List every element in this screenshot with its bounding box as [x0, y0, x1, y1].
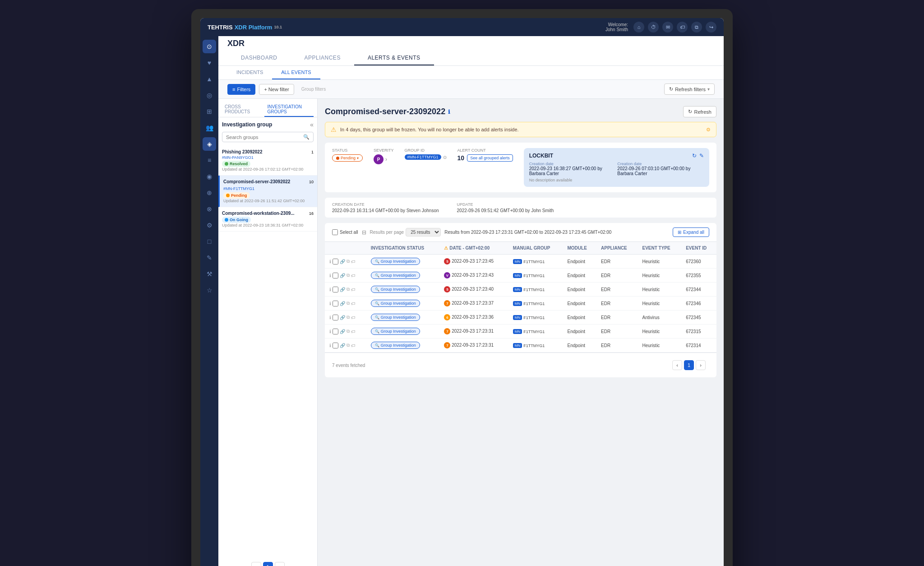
row-checkbox-6[interactable]: [333, 343, 338, 348]
row-tag-icon[interactable]: 🏷: [351, 329, 356, 334]
row-link-icon[interactable]: 🔗: [340, 259, 345, 264]
column-settings-icon[interactable]: ⊟: [362, 229, 366, 236]
refresh-filters-button[interactable]: ↻ Refresh filters ▾: [664, 84, 715, 95]
row-checkbox-0[interactable]: [333, 259, 338, 264]
row-tag-icon[interactable]: 🏷: [351, 315, 356, 320]
home-icon[interactable]: ⌂: [633, 22, 644, 32]
events-page-1-btn[interactable]: 1: [684, 360, 694, 370]
group-item-compromised-server[interactable]: Compromised-server-23092022 10 #MN-F1TTM…: [218, 176, 317, 207]
sidebar-icon-puzzle[interactable]: ⊗: [203, 202, 216, 216]
group-inv-badge-4[interactable]: 🔍 Group Investigation: [371, 314, 420, 321]
sidebar-icon-lock[interactable]: ◉: [203, 170, 216, 183]
row-expand-icon[interactable]: ℹ: [329, 343, 331, 348]
row-copy-icon[interactable]: ⧉: [346, 287, 350, 292]
sidebar-icon-home[interactable]: ⊙: [203, 40, 216, 53]
row-copy-icon[interactable]: ⧉: [346, 273, 350, 278]
mail-icon[interactable]: ✉: [662, 22, 673, 32]
row-event-id-0: 672360: [681, 255, 716, 269]
new-filter-button[interactable]: + New filter: [259, 84, 294, 95]
row-actions-4: ℹ 🔗 ⧉ 🏷: [325, 311, 366, 325]
page-title: XDR: [227, 39, 715, 51]
select-all-checkbox[interactable]: [332, 229, 338, 235]
sidebar-icon-tools[interactable]: ⚒: [203, 267, 216, 281]
row-checkbox-5[interactable]: [333, 329, 338, 334]
sidebar-icon-users[interactable]: 👥: [203, 121, 216, 135]
row-checkbox-3[interactable]: [333, 301, 338, 306]
pending-chevron[interactable]: ▾: [357, 156, 359, 160]
panel-collapse-icon[interactable]: «: [310, 121, 314, 128]
tab-dashboard[interactable]: DASHBOARD: [227, 51, 291, 65]
next-page-btn[interactable]: ›: [275, 562, 285, 566]
row-copy-icon[interactable]: ⧉: [346, 301, 350, 306]
group-inv-badge-5[interactable]: 🔍 Group Investigation: [371, 328, 420, 335]
sub-tab-all-events[interactable]: ALL EVENTS: [272, 66, 320, 79]
row-copy-icon[interactable]: ⧉: [346, 315, 350, 320]
detail-refresh-button[interactable]: ↻ Refresh: [683, 106, 716, 117]
row-copy-icon[interactable]: ⧉: [346, 343, 350, 348]
row-link-icon[interactable]: 🔗: [340, 329, 345, 334]
sidebar-icon-chart[interactable]: ▲: [203, 72, 216, 86]
view-all-grouped-alerts-btn[interactable]: See all grouped alerts: [467, 154, 513, 162]
info-icon[interactable]: ℹ: [448, 109, 450, 115]
sidebar-icon-gear[interactable]: ⚙: [203, 218, 216, 232]
lockbit-meta: Creation date 2022-09-23 16:38:27 GMT+00…: [529, 162, 704, 176]
events-prev-btn[interactable]: ‹: [672, 360, 682, 370]
filters-button[interactable]: ≡ Filters: [227, 84, 255, 95]
events-next-btn[interactable]: ›: [696, 360, 706, 370]
row-tag-icon[interactable]: 🏷: [351, 259, 356, 264]
row-expand-icon[interactable]: ℹ: [329, 273, 331, 278]
row-link-icon[interactable]: 🔗: [340, 273, 345, 278]
expand-all-button[interactable]: ⊞ Expand all: [673, 227, 709, 237]
row-checkbox-1[interactable]: [333, 273, 338, 278]
signout-icon[interactable]: ↪: [706, 22, 716, 32]
row-tag-icon[interactable]: 🏷: [351, 273, 356, 278]
row-expand-icon[interactable]: ℹ: [329, 287, 331, 292]
prev-page-btn[interactable]: ‹: [251, 562, 261, 566]
panel-tab-investigation-groups[interactable]: INVESTIGATION GROUPS: [264, 102, 314, 117]
page-1-btn[interactable]: 1: [263, 562, 273, 566]
group-item-phishing[interactable]: Phishing 23092022 1 #MN-PAN9YGO1 Res: [218, 146, 317, 176]
sidebar-icon-edit[interactable]: ✎: [203, 251, 216, 264]
tag-icon[interactable]: 🏷: [677, 22, 688, 32]
group-inv-badge-3[interactable]: 🔍 Group Investigation: [371, 300, 420, 307]
group-inv-badge-6[interactable]: 🔍 Group Investigation: [371, 342, 420, 349]
row-copy-icon[interactable]: ⧉: [346, 259, 350, 264]
copy-icon[interactable]: ⧉: [691, 22, 702, 32]
row-expand-icon[interactable]: ℹ: [329, 329, 331, 334]
results-per-page-select[interactable]: 25 results: [406, 228, 441, 237]
row-checkbox-4[interactable]: [333, 315, 338, 320]
sidebar-icon-list[interactable]: ≡: [203, 153, 216, 167]
sidebar-icon-heart[interactable]: ♥: [203, 56, 216, 70]
row-link-icon[interactable]: 🔗: [340, 315, 345, 320]
row-link-icon[interactable]: 🔗: [340, 343, 345, 348]
lockbit-edit-icon[interactable]: ✎: [699, 153, 704, 159]
row-tag-icon[interactable]: 🏷: [351, 301, 356, 306]
row-checkbox-2[interactable]: [333, 287, 338, 292]
sidebar-icon-star[interactable]: ☆: [203, 283, 216, 297]
tab-appliances[interactable]: APPLIANCES: [291, 51, 354, 65]
row-expand-icon[interactable]: ℹ: [329, 301, 331, 306]
panel-tab-cross-products[interactable]: CROSS PRODUCTS: [222, 102, 261, 117]
search-groups-input[interactable]: [226, 135, 301, 140]
sidebar-icon-globe[interactable]: ⊕: [203, 186, 216, 199]
group-inv-badge-0[interactable]: 🔍 Group Investigation: [371, 258, 420, 265]
row-link-icon[interactable]: 🔗: [340, 287, 345, 292]
row-copy-icon[interactable]: ⧉: [346, 329, 350, 334]
severity-chevron[interactable]: ›: [385, 156, 387, 162]
sidebar-icon-shield[interactable]: ◈: [203, 137, 216, 151]
row-expand-icon[interactable]: ℹ: [329, 315, 331, 320]
lockbit-refresh-icon[interactable]: ↻: [692, 153, 697, 159]
sidebar-icon-circle[interactable]: ◎: [203, 88, 216, 102]
tab-alerts-events[interactable]: ALERTS & EVENTS: [354, 51, 434, 65]
clock-icon[interactable]: ⏱: [648, 22, 659, 32]
group-inv-badge-2[interactable]: 🔍 Group Investigation: [371, 286, 420, 293]
sidebar-icon-grid[interactable]: ⊞: [203, 105, 216, 118]
group-inv-badge-1[interactable]: 🔍 Group Investigation: [371, 272, 420, 279]
row-tag-icon[interactable]: 🏷: [351, 287, 356, 292]
row-link-icon[interactable]: 🔗: [340, 301, 345, 306]
sidebar-icon-monitor[interactable]: □: [203, 235, 216, 248]
sub-tab-incidents[interactable]: INCIDENTS: [227, 66, 272, 79]
row-tag-icon[interactable]: 🏷: [351, 343, 356, 348]
row-expand-icon[interactable]: ℹ: [329, 259, 331, 264]
group-item-compromised-workstation[interactable]: Compromised-workstation-2309... 16 On Go…: [218, 207, 317, 232]
